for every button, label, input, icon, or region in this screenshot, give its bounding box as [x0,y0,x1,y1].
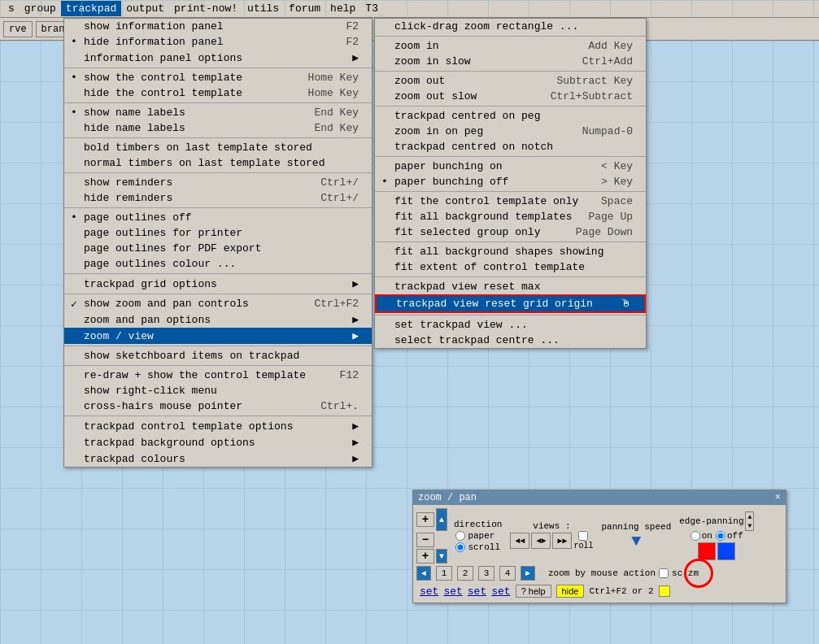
edge-panning-down-btn[interactable]: ▼ [746,521,753,530]
submenu-set-trackpad-view[interactable]: set trackpad view ... [375,317,646,333]
edge-panning-up-btn[interactable]: ▲ [746,512,753,521]
roll-checkbox[interactable] [578,531,588,541]
edge-panning-area: edge-panning ▲ ▼ on off [679,511,754,560]
menu-hide-info-panel[interactable]: • hide information panel F2 [64,34,372,50]
zoom-pan-bottom-row: set set set set ? help hide Ctrl+F2 or 2 [416,583,782,599]
submenu-trackpad-centred-peg[interactable]: trackpad centred on peg [375,108,646,124]
scroll-radio-row: scroll [455,542,500,552]
menu-page-outlines-printer[interactable]: page outlines for printer [64,225,372,241]
scroll-up-btn[interactable]: ▲ [436,508,447,531]
menu-show-control-template[interactable]: • show the control template Home Key [64,70,372,85]
toolbar-btn-rve[interactable]: rve [3,21,33,37]
submenu-fit-extent[interactable]: fit extent of control template [375,259,646,275]
trackpad-menu: show information panel F2 • hide informa… [63,18,372,468]
paper-radio[interactable] [455,531,465,541]
zoom-mouse-checkbox[interactable] [659,568,669,578]
menu-show-info-panel[interactable]: show information panel F2 [64,19,372,34]
menu-page-outlines-colour[interactable]: page outlines colour ... [64,256,372,272]
submenu-zoom-out[interactable]: zoom out Subtract Key [375,73,646,89]
sc-zm-label: sc zm [672,568,699,578]
menu-trackpad-grid-options[interactable]: trackpad grid options ▶ [64,276,372,292]
submenu-trackpad-centred-notch[interactable]: trackpad centred on notch [375,139,646,154]
menu-bold-timbers[interactable]: bold timbers on last template stored [64,140,372,155]
hide-button[interactable]: hide [556,585,585,598]
submenu-paper-bunching-off[interactable]: • paper bunching off > Key [375,174,646,189]
menu-page-outlines-off[interactable]: • page outlines off [64,210,372,225]
edge-panning-on-radio[interactable] [690,531,700,541]
set-link-2[interactable]: set [443,585,462,598]
menu-trackpad-colours[interactable]: trackpad colours ▶ [64,450,372,467]
help-button[interactable]: ? help [516,585,551,598]
submenu-select-trackpad-centre[interactable]: select trackpad centre ... [375,333,646,348]
num-btn-3[interactable]: 3 [478,566,494,581]
zoom-pan-title-text: zoom / pan [418,492,477,503]
zoom-pan-close-btn[interactable]: × [775,492,781,503]
submenu-fit-all-background[interactable]: fit all background templates Page Up [375,209,646,224]
roll-label: roll [573,542,593,550]
edge-panning-off-radio[interactable] [716,531,725,541]
num-btn-1[interactable]: 1 [436,566,452,581]
hide-shortcut: Ctrl+F2 or 2 [589,586,653,596]
zoom-pan-row2: ◄ 1 2 3 4 ► zoom by mouse action sc zm [416,566,782,581]
panning-speed-icon: ▼ [631,532,641,550]
menu-zoom-pan-options[interactable]: zoom and pan options ▶ [64,311,372,328]
menu-show-sketchboard[interactable]: show sketchboard items on trackpad [64,348,372,363]
edge-panning-on-label: on [702,531,712,541]
edge-panning-label: edge-panning [679,516,743,526]
submenu-fit-control-only[interactable]: fit the control template only Space [375,194,646,209]
zoom-pan-title: zoom / pan × [413,490,786,505]
submenu-zoom-in[interactable]: zoom in Add Key [375,38,646,54]
menu-hide-name-labels[interactable]: hide name labels End Key [64,120,372,136]
scroll-radio[interactable] [455,542,465,552]
num-btn-2[interactable]: 2 [457,566,473,581]
menu-info-panel-options[interactable]: information panel options ▶ [64,50,372,66]
menu-hide-control-template[interactable]: hide the control template Home Key [64,85,372,101]
paper-radio-row: paper [455,531,494,541]
set-link-1[interactable]: set [420,585,438,598]
set-link-4[interactable]: set [491,585,510,598]
menu-show-name-labels[interactable]: • show name labels End Key [64,105,372,120]
zoom-out-btn[interactable]: − [416,533,434,547]
menu-show-zoom-pan-controls[interactable]: ✓ show zoom and pan controls Ctrl+F2 [64,296,372,311]
submenu-click-drag-zoom[interactable]: click-drag zoom rectangle ... [375,19,646,34]
submenu-fit-all-background-shapes[interactable]: fit all background shapes showing [375,244,646,259]
scroll-left-btn[interactable]: ◄ [416,566,431,581]
menu-crosshairs[interactable]: cross-hairs mouse pointer Ctrl+. [64,398,372,414]
yellow-checkbox[interactable] [659,585,670,597]
submenu-trackpad-view-reset-grid[interactable]: trackpad view reset grid origin 🖱 [375,294,646,313]
menu-hide-reminders[interactable]: hide reminders Ctrl+/ [64,190,372,206]
scroll-right-btn[interactable]: ► [521,566,535,581]
paper-label: paper [468,531,494,541]
submenu-fit-selected-group[interactable]: fit selected group only Page Down [375,224,646,240]
menu-zoom-view[interactable]: zoom / view ▶ [64,328,372,344]
set-link-3[interactable]: set [468,585,486,598]
views-back-fwd-btn[interactable]: ◄► [531,533,551,549]
menu-normal-timbers[interactable]: normal timbers on last template stored [64,155,372,171]
zoom-pan-panel: zoom / pan × + ▲ − + ▼ [412,490,786,603]
direction-label: direction [454,520,502,529]
menu-redraw-show[interactable]: re-draw + show the control template F12 [64,368,372,383]
submenu-trackpad-view-reset-max[interactable]: trackpad view reset max [375,279,646,294]
zoom-in-btn[interactable]: + [416,512,434,527]
scroll-label: scroll [468,542,500,552]
menu-show-reminders[interactable]: show reminders Ctrl+/ [64,175,372,190]
scroll-down-btn[interactable]: ▼ [436,549,447,564]
submenu-zoom-in-slow[interactable]: zoom in slow Ctrl+Add [375,54,646,69]
zoom-view-submenu: click-drag zoom rectangle ... zoom in Ad… [374,18,647,349]
menu-control-template-options[interactable]: trackpad control template options ▶ [64,418,372,434]
views-fwd-fwd-btn[interactable]: ▶▶ [552,533,572,549]
num-btn-4[interactable]: 4 [499,566,516,581]
color-btn-blue[interactable] [717,542,735,560]
submenu-zoom-out-slow[interactable]: zoom out slow Ctrl+Subtract [375,89,646,104]
zoom-plus-btn[interactable]: + [416,549,434,564]
zoom-pan-body: + ▲ − + ▼ direction [413,505,786,603]
submenu-paper-bunching-on[interactable]: paper bunching on < Key [375,159,646,174]
edge-panning-off-label: off [727,531,743,541]
views-back-back-btn[interactable]: ◄◄ [510,533,529,549]
color-btn-red[interactable] [698,542,716,560]
menu-page-outlines-pdf[interactable]: page outlines for PDF export [64,241,372,256]
menu-background-options[interactable]: trackpad background options ▶ [64,434,372,450]
menu-show-rightclick[interactable]: show right-click menu [64,383,372,398]
submenu-zoom-in-peg[interactable]: zoom in on peg Numpad-0 [375,124,646,139]
zoom-pan-row1: + ▲ − + ▼ direction [416,508,782,564]
